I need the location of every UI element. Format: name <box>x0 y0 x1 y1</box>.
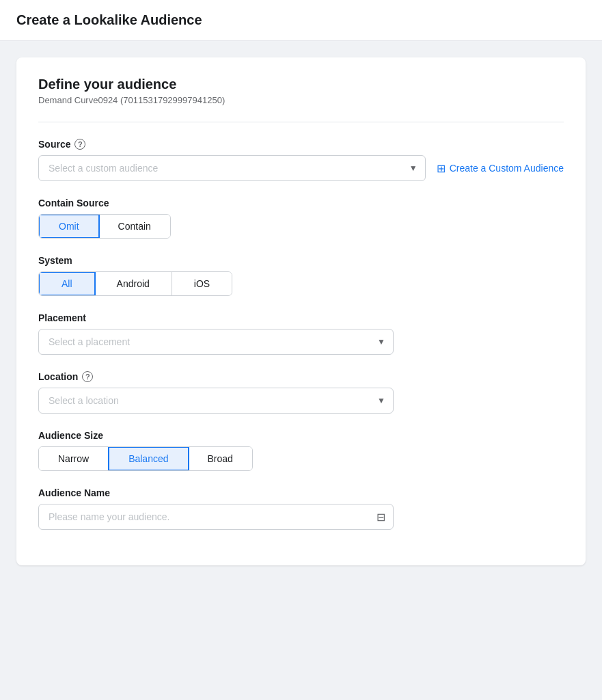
source-label: Source ? <box>38 139 564 150</box>
create-custom-icon: ⊞ <box>437 162 446 175</box>
main-card: Define your audience Demand Curve0924 (7… <box>16 57 586 565</box>
audience-name-input[interactable] <box>38 504 394 530</box>
page-content: Define your audience Demand Curve0924 (7… <box>0 41 602 582</box>
placement-select-wrapper: Select a placement ▼ <box>38 329 394 355</box>
audience-name-wrapper: ⊟ <box>38 504 394 530</box>
source-select-wrapper: Select a custom audience ▼ <box>38 155 426 181</box>
section-subtitle: Demand Curve0924 (70115317929997941250) <box>38 95 564 105</box>
location-label: Location ? <box>38 371 564 382</box>
location-select-wrapper: Select a location ▼ <box>38 388 394 414</box>
page-title: Create a Lookalike Audience <box>16 12 586 28</box>
audience-name-field-group: Audience Name ⊟ <box>38 487 564 530</box>
section-title: Define your audience <box>38 77 564 92</box>
contain-source-field-group: Contain Source Omit Contain <box>38 198 564 239</box>
location-select[interactable]: Select a location <box>38 388 394 414</box>
create-custom-audience-link[interactable]: ⊞ Create a Custom Audience <box>437 162 564 175</box>
system-field-group: System All Android iOS <box>38 255 564 296</box>
contain-source-toggle-group: Omit Contain <box>38 214 171 239</box>
contain-source-label: Contain Source <box>38 198 564 208</box>
system-label: System <box>38 255 564 266</box>
location-field-group: Location ? Select a location ▼ <box>38 371 564 414</box>
omit-button[interactable]: Omit <box>38 214 100 239</box>
placement-select[interactable]: Select a placement <box>38 329 394 355</box>
narrow-button[interactable]: Narrow <box>39 447 109 470</box>
audience-size-toggle-group: Narrow Balanced Broad <box>38 446 253 471</box>
name-field-icon: ⊟ <box>377 511 385 524</box>
divider <box>38 122 564 122</box>
android-button[interactable]: Android <box>95 272 172 295</box>
page-header: Create a Lookalike Audience <box>0 0 602 41</box>
audience-name-label: Audience Name <box>38 487 564 498</box>
broad-button[interactable]: Broad <box>189 447 252 470</box>
ios-button[interactable]: iOS <box>172 272 232 295</box>
source-row: Select a custom audience ▼ ⊞ Create a Cu… <box>38 155 564 181</box>
contain-button[interactable]: Contain <box>99 215 170 238</box>
all-button[interactable]: All <box>38 271 96 296</box>
placement-field-group: Placement Select a placement ▼ <box>38 312 564 355</box>
source-field-group: Source ? Select a custom audience ▼ ⊞ Cr… <box>38 139 564 181</box>
audience-size-field-group: Audience Size Narrow Balanced Broad <box>38 430 564 471</box>
audience-size-label: Audience Size <box>38 430 564 441</box>
location-help-icon[interactable]: ? <box>82 371 93 382</box>
source-help-icon[interactable]: ? <box>74 139 85 150</box>
placement-label: Placement <box>38 312 564 323</box>
balanced-button[interactable]: Balanced <box>108 446 189 471</box>
source-select[interactable]: Select a custom audience <box>38 155 426 181</box>
system-toggle-group: All Android iOS <box>38 271 232 296</box>
